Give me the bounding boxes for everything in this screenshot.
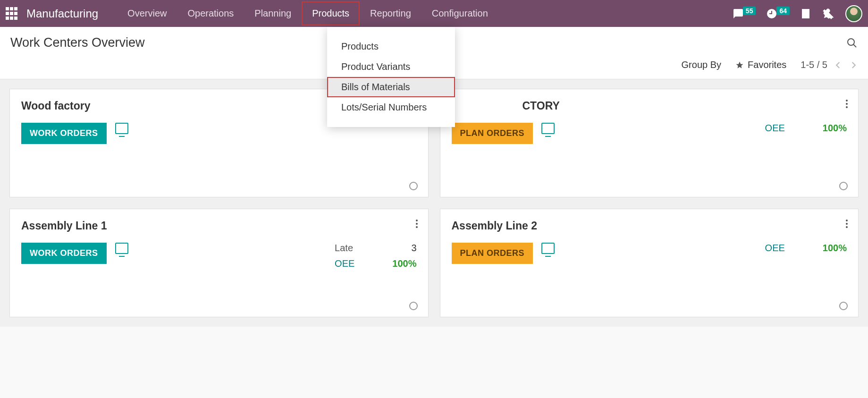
monitor-icon[interactable] [541,123,555,134]
messages-button[interactable]: 55 [733,8,756,19]
oee-link[interactable]: OEE [765,243,785,254]
card-title: Assembly Line 2 [452,220,847,232]
work-orders-button[interactable]: WORK ORDERS [21,243,107,264]
dropdown-product-variants[interactable]: Product Variants [327,57,455,77]
clock-icon [766,8,777,19]
groupby-label: Group By [682,59,721,70]
oee-link[interactable]: OEE [765,123,785,134]
page-title: Work Centers Overview [10,35,145,50]
monitor-icon[interactable] [115,123,128,134]
search-icon[interactable] [846,37,858,49]
dropdown-products[interactable]: Products [327,36,455,57]
menu-overview[interactable]: Overview [117,1,177,25]
card-menu-icon[interactable] [846,220,848,228]
card-menu-icon[interactable] [416,220,418,228]
main-menu: Overview Operations Planning Products Re… [117,1,498,25]
card-title: Assembly Line 1 [21,220,417,232]
messages-badge: 55 [743,7,756,15]
pager-prev[interactable] [834,61,843,69]
oee-value: 100% [392,258,416,269]
plan-orders-button[interactable]: PLAN ORDERS [452,123,533,144]
plan-orders-button[interactable]: PLAN ORDERS [452,243,533,264]
pager-text: 1-5 / 5 [801,59,827,70]
app-name: Manufacturing [26,7,98,20]
status-indicator[interactable] [839,302,848,310]
navbar-right: 55 64 [733,5,862,22]
dropdown-bills-of-materials[interactable]: Bills of Materials [327,77,455,97]
card-menu-icon[interactable] [846,100,848,108]
oee-value: 100% [823,243,847,254]
work-orders-button[interactable]: WORK ORDERS [21,123,107,144]
card-stats: OEE 100% [765,123,847,134]
favorites-label: Favorites [748,59,786,70]
activities-button[interactable]: 64 [766,8,790,19]
menu-configuration[interactable]: Configuration [421,1,498,25]
card-body: WORK ORDERS Late 3 OEE 100% [21,243,417,269]
top-navbar: Manufacturing Overview Operations Planni… [0,0,868,27]
star-icon [735,61,744,69]
status-indicator[interactable] [409,182,418,190]
menu-products[interactable]: Products [302,1,360,25]
card-body: PLAN ORDERS OEE 100% [452,123,847,144]
svg-line-1 [853,44,856,47]
menu-planning[interactable]: Planning [244,1,302,25]
late-value: 3 [392,243,416,254]
card-title: CTORY [452,100,847,112]
status-indicator[interactable] [409,302,418,310]
monitor-icon[interactable] [541,243,555,254]
menu-reporting[interactable]: Reporting [360,1,421,25]
card-stats: Late 3 OEE 100% [335,243,416,269]
activities-badge: 64 [776,7,790,15]
chat-icon [733,8,744,19]
apps-grid-icon[interactable] [6,7,19,20]
status-indicator[interactable] [839,182,848,190]
workcenter-card: CTORY PLAN ORDERS OEE 100% [440,89,859,197]
favorites-button[interactable]: Favorites [735,59,786,70]
oee-value: 100% [823,123,847,134]
groupby-button[interactable]: Group By [682,59,721,70]
building-icon[interactable] [800,8,811,19]
pager-next[interactable] [849,61,858,69]
tools-icon[interactable] [822,7,835,20]
svg-point-0 [848,39,854,45]
workcenter-card: Assembly Line 1 WORK ORDERS Late 3 OEE 1… [9,209,429,317]
workcenter-card: Assembly Line 2 PLAN ORDERS OEE 100% [440,209,859,317]
products-dropdown: Products Product Variants Bills of Mater… [327,27,455,127]
menu-operations[interactable]: Operations [177,1,244,25]
card-body: PLAN ORDERS OEE 100% [452,243,847,264]
monitor-icon[interactable] [115,243,128,254]
dropdown-lots-serial[interactable]: Lots/Serial Numbers [327,97,455,118]
user-avatar[interactable] [845,5,862,22]
pager: 1-5 / 5 [801,59,858,70]
late-link[interactable]: Late [335,243,354,254]
oee-link[interactable]: OEE [335,258,354,269]
card-stats: OEE 100% [765,243,847,254]
